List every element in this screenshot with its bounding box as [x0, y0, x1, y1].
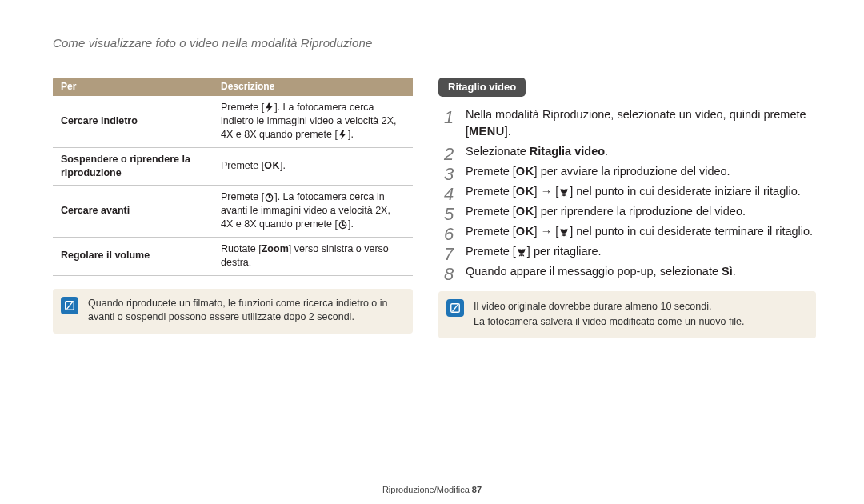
left-info-text: Quando riproducete un filmato, le funzio… [88, 298, 388, 323]
row-key: Sospendere o riprendere la riproduzione [53, 147, 213, 186]
tulip-icon [558, 226, 570, 238]
row-desc: Ruotate [Zoom] verso sinistra o verso de… [213, 238, 413, 276]
right-info-line2: La fotocamera salverà il video modificat… [474, 314, 805, 330]
controls-table: Per Descrizione Cercare indietro Premete… [53, 78, 413, 276]
table-header-per: Per [53, 78, 213, 96]
step-7: Premete [] per ritagliare. [438, 243, 816, 260]
ok-icon: OK [516, 185, 534, 198]
flash-icon [264, 102, 274, 113]
timer-icon [264, 192, 274, 202]
right-column: Ritaglio video Nella modalità Riproduzio… [438, 78, 816, 338]
ok-icon: OK [516, 205, 534, 218]
section-title-badge: Ritaglio video [438, 78, 526, 97]
tulip-icon [516, 246, 527, 258]
table-row: Cercare indietro Premete []. La fotocame… [53, 96, 413, 147]
table-row: Cercare avanti Premete []. La fotocamera… [53, 186, 413, 238]
ok-icon: OK [264, 160, 280, 171]
row-desc: Premete [OK]. [213, 147, 413, 186]
row-key: Cercare indietro [53, 96, 213, 147]
left-info-note: Quando riproducete un filmato, le funzio… [53, 289, 413, 334]
note-icon [61, 297, 78, 314]
step-4: Premete [OK] → [] nel punto in cui desid… [438, 183, 816, 200]
right-info-line1: Il video originale dovrebbe durare almen… [474, 299, 805, 314]
timer-icon [338, 219, 348, 230]
step-3: Premete [OK] per avviare la riproduzione… [438, 163, 816, 180]
row-key: Cercare avanti [53, 186, 213, 238]
step-6: Premete [OK] → [] nel punto in cui desid… [438, 223, 816, 240]
flash-icon [338, 130, 348, 140]
tulip-icon [558, 186, 570, 198]
row-desc: Premete []. La fotocamera cerca in avant… [213, 186, 413, 238]
step-1: Nella modalità Riproduzione, selezionate… [438, 106, 816, 140]
page-title: Come visualizzare foto o video nella mod… [53, 36, 372, 50]
row-key: Regolare il volume [53, 238, 213, 276]
step-5: Premete [OK] per riprendere la riproduzi… [438, 203, 816, 220]
left-column: Per Descrizione Cercare indietro Premete… [53, 78, 413, 334]
steps-list: Nella modalità Riproduzione, selezionate… [438, 106, 816, 280]
right-info-note: Il video originale dovrebbe durare almen… [438, 291, 816, 338]
ok-icon: OK [516, 225, 534, 238]
ok-icon: OK [516, 165, 534, 178]
table-header-descrizione: Descrizione [213, 78, 413, 96]
step-8: Quando appare il messaggio pop-up, selez… [438, 263, 816, 280]
step-2: Selezionate Ritaglia video. [438, 143, 816, 160]
table-row: Sospendere o riprendere la riproduzione … [53, 147, 413, 186]
table-row: Regolare il volume Ruotate [Zoom] verso … [53, 238, 413, 276]
menu-icon: MENU [469, 125, 505, 138]
page-number: 87 [472, 485, 482, 494]
page-footer: Riproduzione/Modifica 87 [0, 485, 864, 494]
note-icon [446, 299, 464, 317]
row-desc: Premete []. La fotocamera cerca indietro… [213, 96, 413, 147]
